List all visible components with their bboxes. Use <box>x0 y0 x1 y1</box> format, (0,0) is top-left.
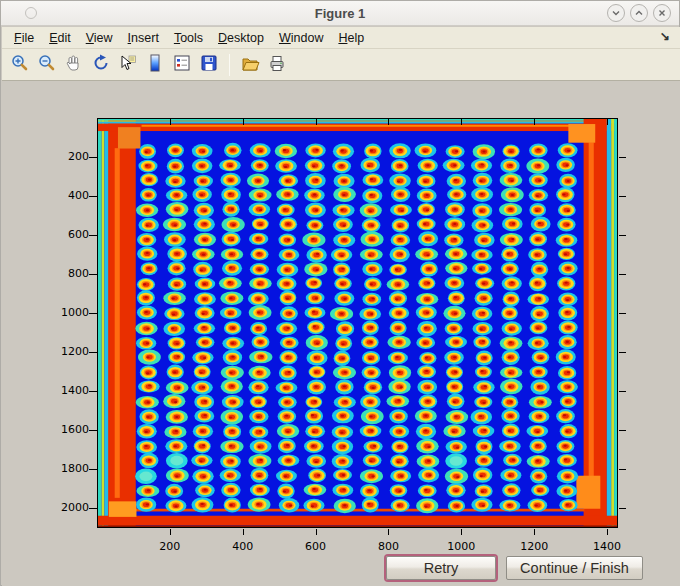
y-tick-right <box>619 157 626 158</box>
data-cursor-button[interactable] <box>116 53 140 77</box>
y-tick-label: 1000 <box>49 307 89 319</box>
plate-image <box>98 119 617 527</box>
x-tick-label: 800 <box>366 541 410 553</box>
y-tick-right <box>619 391 626 392</box>
y-tick-label: 400 <box>49 190 89 202</box>
menu-window[interactable]: Window <box>279 31 323 45</box>
figure-toolbar <box>2 49 680 81</box>
x-tick-top <box>607 119 608 125</box>
y-tick <box>89 352 97 353</box>
continue-finish-button[interactable]: Continue / Finish <box>506 556 643 580</box>
y-tick-right <box>619 274 626 275</box>
rotate-3d-button[interactable] <box>89 53 113 77</box>
menu-view[interactable]: View <box>86 31 113 45</box>
rotate-3d-icon <box>91 53 111 77</box>
y-tick <box>89 157 97 158</box>
x-tick-label: 600 <box>294 541 338 553</box>
zoom-in-icon <box>10 53 30 77</box>
x-tick-top <box>461 119 462 125</box>
insert-legend-button[interactable] <box>170 53 194 77</box>
window-title: Figure 1 <box>1 6 679 21</box>
print-figure-icon <box>267 53 287 77</box>
x-tick-top <box>170 119 171 125</box>
menu-bar: FileEditViewInsertToolsDesktopWindowHelp… <box>2 27 680 49</box>
y-tick-label: 1400 <box>49 385 89 397</box>
x-tick <box>607 529 608 535</box>
title-bar[interactable]: Figure 1 <box>1 1 679 26</box>
y-tick-label: 800 <box>49 268 89 280</box>
save-figure-button[interactable] <box>197 53 221 77</box>
shade-button[interactable] <box>607 4 625 22</box>
window-controls <box>607 4 671 22</box>
close-button[interactable] <box>653 4 671 22</box>
close-icon <box>656 7 668 19</box>
menu-tools[interactable]: Tools <box>174 31 203 45</box>
y-tick-right <box>619 469 626 470</box>
y-tick-label: 1200 <box>49 346 89 358</box>
y-tick-label: 2000 <box>49 502 89 514</box>
x-tick-top <box>388 119 389 125</box>
zoom-out-icon <box>37 53 57 77</box>
menu-insert[interactable]: Insert <box>128 31 159 45</box>
insert-colorbar-icon <box>145 53 165 77</box>
menu-file[interactable]: File <box>14 31 34 45</box>
y-tick-label: 200 <box>49 151 89 163</box>
retry-button[interactable]: Retry <box>386 556 496 580</box>
dock-figure-icon[interactable]: ↘ <box>660 29 670 43</box>
x-tick-label: 1200 <box>512 541 556 553</box>
x-tick <box>461 529 462 535</box>
menu-edit[interactable]: Edit <box>49 31 71 45</box>
save-figure-icon <box>199 53 219 77</box>
insert-colorbar-button[interactable] <box>143 53 167 77</box>
insert-legend-icon <box>172 53 192 77</box>
x-tick <box>170 529 171 535</box>
x-tick-label: 400 <box>221 541 265 553</box>
x-tick-top <box>534 119 535 125</box>
pan-button[interactable] <box>62 53 86 77</box>
y-tick-right <box>619 313 626 314</box>
y-tick-label: 600 <box>49 229 89 241</box>
figure-window: Figure 1 FileEditViewInsertToolsDesktopW… <box>0 0 680 586</box>
y-tick <box>89 196 97 197</box>
print-figure-button[interactable] <box>265 53 289 77</box>
y-tick <box>89 235 97 236</box>
y-tick-right <box>619 508 626 509</box>
zoom-in-button[interactable] <box>8 53 32 77</box>
zoom-out-button[interactable] <box>35 53 59 77</box>
y-tick <box>89 508 97 509</box>
x-tick-top <box>316 119 317 125</box>
x-tick-top <box>243 119 244 125</box>
open-file-icon <box>240 53 260 77</box>
x-tick <box>316 529 317 535</box>
toolbar-separator <box>229 54 230 76</box>
y-tick <box>89 313 97 314</box>
y-tick <box>89 430 97 431</box>
maximize-button[interactable] <box>630 4 648 22</box>
x-tick-label: 1000 <box>439 541 483 553</box>
x-tick <box>534 529 535 535</box>
y-tick-right <box>619 196 626 197</box>
menu-help[interactable]: Help <box>338 31 364 45</box>
y-tick-right <box>619 352 626 353</box>
pan-icon <box>64 53 84 77</box>
y-tick-right <box>619 430 626 431</box>
y-tick-right <box>619 235 626 236</box>
axes <box>97 118 618 528</box>
x-tick <box>388 529 389 535</box>
window-menu-icon[interactable] <box>25 7 37 19</box>
x-tick <box>243 529 244 535</box>
y-tick <box>89 274 97 275</box>
chevron-up-icon <box>633 7 645 19</box>
menu-desktop[interactable]: Desktop <box>218 31 264 45</box>
open-file-button[interactable] <box>238 53 262 77</box>
x-tick-label: 1400 <box>585 541 629 553</box>
y-tick <box>89 391 97 392</box>
figure-canvas: 2004006008001000120014001600180020002004… <box>2 81 680 586</box>
y-tick-label: 1800 <box>49 463 89 475</box>
chevron-down-icon <box>610 7 622 19</box>
y-tick <box>89 469 97 470</box>
y-tick-label: 1600 <box>49 424 89 436</box>
data-cursor-icon <box>118 53 138 77</box>
x-tick-label: 200 <box>148 541 192 553</box>
